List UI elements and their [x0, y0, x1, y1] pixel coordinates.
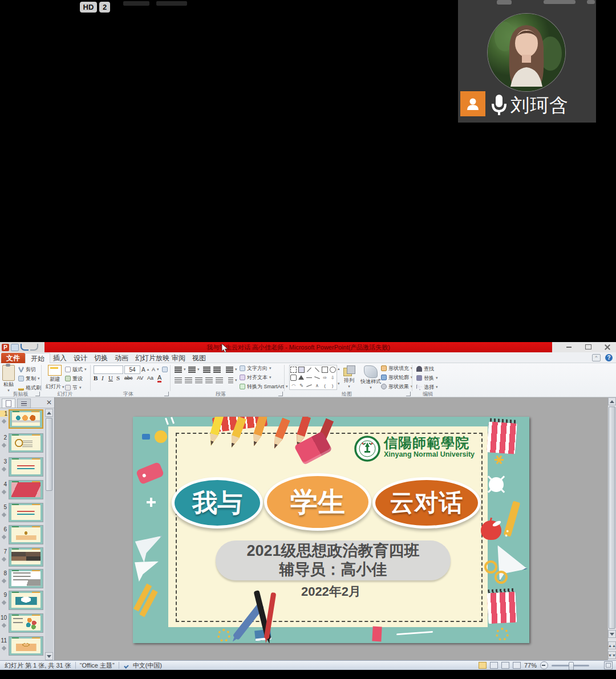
convert-smartart-button[interactable]: 转换为 SmartArt▾ — [240, 383, 288, 390]
close-panel-icon[interactable]: ✕ — [45, 399, 53, 406]
powerpoint-logo-icon[interactable]: P — [2, 344, 9, 351]
slide-canvas[interactable]: 信陽師範學院 Xinyang Normal University 我与 学生 云… — [133, 417, 529, 643]
shape-fill-button[interactable]: 形状填充▾ — [381, 365, 413, 372]
thumbnail-row-8[interactable]: 8 — [0, 569, 44, 591]
title-oval-1[interactable]: 我与 — [172, 477, 263, 528]
thumbnail-row-2[interactable]: 2 — [0, 433, 44, 455]
align-text-button[interactable]: 对齐文本▾ — [240, 374, 271, 381]
change-case-button[interactable]: Aa — [147, 375, 153, 382]
help-icon[interactable]: ? — [605, 354, 613, 361]
shapes-scroll-up[interactable]: ▴ — [338, 365, 340, 372]
thumbnail-row-10[interactable]: 10 — [0, 613, 44, 635]
zoom-out-button[interactable] — [540, 661, 548, 669]
shapes-scroll-down[interactable]: ▾ — [338, 380, 340, 387]
university-logo[interactable]: 信陽師範學院 Xinyang Normal University — [354, 436, 483, 464]
text-direction-button[interactable]: 文字方向▾ — [240, 365, 271, 372]
redo-icon[interactable] — [30, 344, 38, 351]
bullets-button[interactable]: ▾ — [175, 366, 186, 373]
slide-thumbnail[interactable] — [9, 636, 43, 656]
thumbnail-row-9[interactable]: 9 — [0, 591, 44, 612]
shapes-gallery[interactable]: ⇨⇩ ◠✎∧() — [289, 365, 337, 390]
class-banner[interactable]: 2021级思想政治教育四班 辅导员：高小佳 — [216, 540, 451, 580]
underline-button[interactable]: U — [108, 375, 113, 382]
thumbnail-row-1[interactable]: 1 — [0, 409, 44, 431]
bold-button[interactable]: B — [94, 375, 98, 382]
close-button[interactable] — [601, 343, 614, 351]
slide-thumbnail[interactable] — [9, 433, 43, 453]
columns-button[interactable]: ▾ — [228, 377, 237, 384]
align-right-button[interactable] — [195, 377, 202, 384]
minimize-button[interactable] — [562, 343, 575, 351]
slide-thumbnail[interactable] — [9, 409, 43, 429]
character-spacing-button[interactable]: AV — [137, 375, 143, 382]
find-button[interactable]: 查找 — [416, 365, 434, 372]
shrink-font-button[interactable]: A▾ — [152, 366, 159, 373]
slide-thumbnail[interactable] — [9, 457, 43, 477]
paste-button[interactable]: 粘贴▾ — [2, 365, 15, 393]
panel-scrollbar[interactable] — [45, 409, 53, 660]
slide-thumbnail[interactable] — [9, 591, 43, 610]
font-name-box[interactable] — [94, 365, 123, 374]
previous-slide-icon[interactable]: ▲▲ — [608, 641, 616, 649]
normal-view-button[interactable] — [479, 662, 487, 669]
scroll-up-icon[interactable] — [608, 397, 616, 405]
editor-scrollbar[interactable]: ▲▲ ▼▼ — [608, 397, 616, 660]
panel-scrollbar-thumb[interactable] — [46, 418, 52, 491]
title-oval-3[interactable]: 云对话 — [372, 477, 481, 528]
align-center-button[interactable] — [185, 377, 192, 384]
spellcheck-icon[interactable] — [123, 662, 131, 669]
font-size-box[interactable]: 54 — [124, 365, 140, 374]
outline-tab[interactable] — [17, 399, 31, 408]
italic-button[interactable]: I — [102, 375, 104, 382]
shape-outline-button[interactable]: 形状轮廓▾ — [381, 374, 413, 381]
slide-counter[interactable]: 幻灯片 第 1 张, 共 31 张 — [0, 661, 71, 670]
tab-view[interactable]: 视图 — [187, 353, 211, 363]
scroll-up-icon[interactable] — [45, 409, 53, 417]
slide-thumbnail[interactable] — [9, 613, 43, 633]
shape-effects-button[interactable]: 形状效果▾ — [381, 383, 413, 390]
undo-icon[interactable] — [21, 344, 29, 351]
new-slide-button[interactable]: 新建 幻灯片 ▾ — [46, 365, 64, 391]
title-oval-2[interactable]: 学生 — [264, 473, 371, 531]
thumbnail-row-4[interactable]: 4 — [0, 480, 44, 502]
drawing-dialog-launcher[interactable] — [406, 392, 411, 396]
thumbnail-row-5[interactable]: 5 — [0, 503, 44, 525]
font-dialog-launcher[interactable] — [164, 392, 169, 396]
tab-file[interactable]: 文件 — [1, 353, 25, 363]
scroll-down-icon[interactable] — [45, 652, 53, 660]
layout-button[interactable]: 版式▾ — [65, 366, 87, 373]
slides-tab[interactable] — [2, 399, 15, 408]
zoom-slider-handle[interactable] — [569, 662, 574, 670]
slideshow-view-button[interactable] — [513, 662, 521, 669]
line-spacing-button[interactable]: ▾ — [226, 366, 237, 373]
thumbnail-row-11[interactable]: 11 — [0, 636, 44, 658]
paragraph-dialog-launcher[interactable] — [278, 392, 283, 396]
strikethrough-button[interactable]: abc — [124, 375, 133, 382]
text-shadow-button[interactable]: S — [116, 375, 120, 382]
language-indicator[interactable]: 中文(中国) — [133, 661, 162, 670]
clipboard-dialog-launcher[interactable] — [35, 392, 40, 396]
quick-styles-button[interactable]: 快速样式▾ — [360, 365, 381, 390]
decrease-indent-button[interactable] — [203, 366, 210, 373]
zoom-slider[interactable] — [552, 665, 589, 666]
numbering-button[interactable]: ▾ — [188, 366, 200, 373]
select-button[interactable]: 选择▾ — [416, 384, 438, 391]
arrange-button[interactable]: 排列▾ — [343, 365, 355, 389]
cut-button[interactable]: 剪切 — [18, 366, 36, 373]
scroll-down-icon[interactable] — [608, 630, 616, 638]
align-left-button[interactable] — [175, 377, 182, 384]
increase-indent-button[interactable] — [213, 366, 221, 373]
thumbnail-row-7[interactable]: 7 — [0, 547, 44, 569]
slide-thumbnail[interactable] — [9, 503, 43, 522]
distribute-button[interactable] — [216, 377, 223, 384]
fit-to-window-button[interactable] — [604, 661, 613, 669]
clear-formatting-button[interactable] — [162, 366, 168, 373]
thumbnail-row-6[interactable]: 6 — [0, 525, 44, 547]
slide-thumbnail[interactable] — [9, 547, 43, 567]
slide-sorter-view-button[interactable] — [490, 662, 498, 669]
copy-button[interactable]: 复制▾ — [18, 375, 40, 382]
justify-button[interactable] — [205, 377, 213, 384]
thumbnail-row-3[interactable]: 3 — [0, 457, 44, 479]
reset-button[interactable]: 重设 — [65, 375, 83, 382]
save-icon[interactable] — [11, 344, 19, 351]
